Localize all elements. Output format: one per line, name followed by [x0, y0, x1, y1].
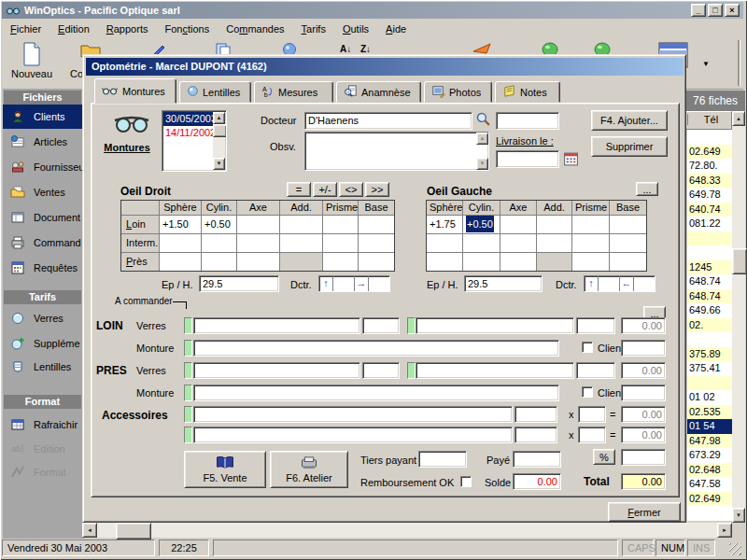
- acc1-qty[interactable]: [578, 406, 606, 423]
- og-interm-add[interactable]: [537, 234, 571, 252]
- sidebar-item-verres[interactable]: Verres: [3, 306, 82, 330]
- scroll-right-icon[interactable]: ►: [717, 523, 732, 538]
- dctr-og-v-field[interactable]: [599, 276, 620, 291]
- menu-outils[interactable]: Outils: [334, 21, 377, 37]
- menu-tarifs[interactable]: Tarifs: [293, 21, 334, 37]
- scroll-up-icon[interactable]: ▲: [476, 133, 488, 145]
- loin-verre-og-field[interactable]: [416, 317, 574, 334]
- od-loin-axe[interactable]: [237, 216, 279, 233]
- pres-monture-field[interactable]: [193, 385, 559, 401]
- table-row[interactable]: 02.649: [686, 145, 732, 160]
- table-row[interactable]: 673.29: [686, 448, 732, 463]
- table-row[interactable]: 648.74: [686, 274, 732, 289]
- pres-monture-price[interactable]: [621, 385, 666, 401]
- acc1-price[interactable]: [514, 406, 557, 423]
- og-pres-sphere[interactable]: [427, 253, 462, 271]
- dctr-od-control[interactable]: ↑ →: [318, 275, 390, 292]
- resize-grip[interactable]: [729, 543, 741, 555]
- docteur-field[interactable]: D'Haenens: [304, 112, 472, 130]
- table-row[interactable]: [686, 332, 732, 347]
- tab-mesures[interactable]: Ab Mesures: [254, 81, 333, 103]
- table-row[interactable]: 648.74: [686, 289, 732, 304]
- table-row[interactable]: [686, 231, 732, 246]
- og-interm-cylin[interactable]: [463, 234, 500, 252]
- scroll-left-icon[interactable]: ◄: [82, 523, 97, 538]
- og-more-button[interactable]: ...: [636, 182, 658, 196]
- plus-minus-button[interactable]: +/-: [313, 182, 337, 197]
- vscroll-thumb[interactable]: [213, 124, 227, 137]
- od-pres-axe[interactable]: [237, 253, 279, 271]
- discount-field[interactable]: [621, 449, 666, 466]
- table-row[interactable]: [686, 245, 732, 260]
- acc2-qty[interactable]: [578, 427, 606, 443]
- sidebar-item-lentilles[interactable]: Lentilles: [3, 355, 82, 379]
- od-pres-base[interactable]: [359, 253, 394, 271]
- remboursement-checkbox[interactable]: [460, 476, 472, 487]
- og-loin-cylin-selected[interactable]: +0.50: [463, 216, 500, 233]
- od-pres-cylin[interactable]: [202, 253, 236, 271]
- sidebar-item-rafraichir[interactable]: Rafraichir: [3, 413, 82, 437]
- og-pres-cylin[interactable]: [463, 253, 500, 271]
- loin-monture-price[interactable]: [621, 340, 666, 357]
- tab-anamnese[interactable]: Anamnèse: [336, 81, 421, 103]
- sort-asc-icon[interactable]: A↓: [340, 44, 351, 54]
- transpose-button[interactable]: <>: [339, 182, 363, 197]
- paye-field[interactable]: [513, 451, 561, 468]
- table-row[interactable]: 640.74: [686, 203, 732, 217]
- sidebar-item-articles[interactable]: Articles: [3, 130, 82, 154]
- menu-aide[interactable]: Aide: [377, 21, 415, 37]
- od-interm-cylin[interactable]: [202, 234, 236, 252]
- og-interm-prisme[interactable]: [572, 234, 609, 252]
- table-row[interactable]: 647.98: [686, 434, 732, 449]
- close-button[interactable]: ×: [725, 4, 740, 17]
- tab-notes[interactable]: Notes: [495, 81, 560, 103]
- menu-edition[interactable]: Edition: [49, 21, 98, 37]
- date-list-scrollbar[interactable]: ▲ ▼: [213, 112, 225, 170]
- sidebar-item-supplements[interactable]: Suppléme: [3, 331, 82, 356]
- menu-fichier[interactable]: Fichier: [2, 21, 49, 37]
- eph-od-field[interactable]: 29.5: [199, 275, 279, 292]
- od-loin-add[interactable]: [280, 216, 322, 233]
- table-row[interactable]: 72.80.: [686, 159, 732, 174]
- livraison-field[interactable]: [496, 150, 559, 168]
- table-row[interactable]: 1245: [686, 260, 732, 275]
- loin-verre-og-price[interactable]: [576, 317, 615, 334]
- sidebar-item-requetes[interactable]: Requêtes: [3, 256, 82, 280]
- od-interm-base[interactable]: [359, 234, 394, 252]
- calendar-icon[interactable]: [563, 151, 579, 169]
- menu-commandes[interactable]: Commandes: [218, 21, 292, 37]
- table-row[interactable]: 02.: [686, 318, 732, 333]
- acc2-price[interactable]: [514, 427, 557, 443]
- copy-button[interactable]: >>: [365, 182, 389, 197]
- dctr-og-h-field[interactable]: [634, 276, 655, 291]
- records-hscrollbar[interactable]: ◄ ►: [82, 523, 732, 538]
- table-row[interactable]: 375.41: [686, 361, 732, 376]
- table-row[interactable]: [686, 506, 732, 521]
- sidebar-item-ventes[interactable]: Ventes: [3, 180, 82, 204]
- vscroll-thumb[interactable]: [732, 248, 747, 274]
- od-pres-sphere[interactable]: [160, 253, 201, 271]
- od-interm-add[interactable]: [280, 234, 322, 252]
- obsv-textarea[interactable]: ▲ ▼: [304, 132, 489, 171]
- od-interm-axe[interactable]: [237, 234, 279, 252]
- og-loin-axe[interactable]: [500, 216, 536, 233]
- scroll-up-icon[interactable]: ▲: [213, 112, 225, 124]
- table-row[interactable]: 649.66: [686, 303, 732, 318]
- sidebar-item-clients[interactable]: Clients: [3, 105, 82, 129]
- pres-client-checkbox[interactable]: [582, 386, 593, 398]
- menu-fonctions[interactable]: Fonctions: [156, 21, 218, 37]
- table-row-selected[interactable]: 01 54: [686, 419, 732, 434]
- sidebar-item-documents[interactable]: Document: [3, 205, 82, 230]
- supprimer-button[interactable]: Supprimer: [591, 136, 668, 157]
- acc1-field[interactable]: [193, 406, 513, 423]
- loin-client-checkbox[interactable]: [582, 342, 593, 353]
- og-interm-base[interactable]: [610, 234, 646, 252]
- og-loin-base[interactable]: [610, 216, 646, 233]
- pres-verre-od-field[interactable]: [193, 362, 360, 379]
- table-row[interactable]: 647.58: [686, 477, 732, 492]
- table-row[interactable]: [686, 376, 732, 391]
- dctr-od-h-field[interactable]: [369, 276, 389, 291]
- sort-desc-icon[interactable]: Z↓: [360, 44, 371, 54]
- og-loin-sphere[interactable]: +1.75: [427, 216, 462, 233]
- od-pres-prisme[interactable]: [323, 253, 358, 271]
